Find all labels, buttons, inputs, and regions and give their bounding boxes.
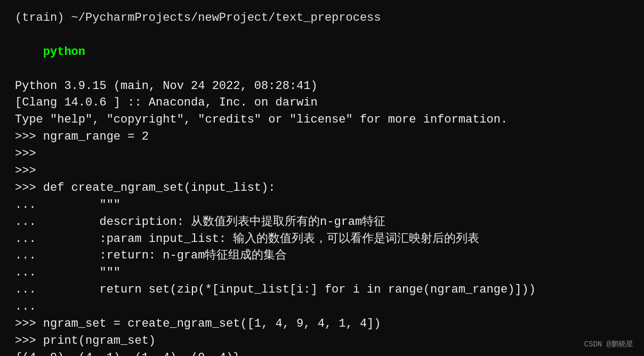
ngram-set-line: >>> ngram_set = create_ngram_set([1, 4, … (15, 315, 629, 333)
empty-continuation: ... (15, 298, 629, 315)
param-line: ... :param input_list: 输入的数值列表，可以看作是词汇映射… (15, 231, 629, 248)
python-version-line: Python 3.9.15 (main, Nov 24 2022, 08:28:… (15, 78, 629, 95)
docstring-open: ... """ (15, 197, 629, 214)
python-keyword: python (43, 45, 85, 59)
terminal-window: (train) ~/PycharmProjects/newProject/tex… (0, 0, 644, 356)
output-line: {(4, 9), (4, 1), (1, 4), (9, 4)} (15, 350, 629, 356)
type-help-line: Type "help", "copyright", "credits" or "… (15, 111, 629, 128)
return-statement: ... return set(zip(*[input_list[i:] for … (15, 281, 629, 298)
path-line: (train) ~/PycharmProjects/newProject/tex… (15, 10, 629, 27)
watermark: CSDN @鹏晓星 (584, 339, 633, 350)
def-line: >>> def create_ngram_set(input_list): (15, 180, 629, 197)
ngram-range-line: >>> ngram_range = 2 (15, 128, 629, 145)
empty-prompt-1: >>> (15, 145, 629, 163)
print-line: >>> print(ngram_set) (15, 333, 629, 350)
docstring-close: ... """ (15, 264, 629, 281)
empty-prompt-2: >>> (15, 163, 629, 180)
description-line: ... description: 从数值列表中提取所有的n-gram特征 (15, 214, 629, 231)
return-line: ... :return: n-gram特征组成的集合 (15, 247, 629, 264)
clang-line: [Clang 14.0.6 ] :: Anaconda, Inc. on dar… (15, 94, 629, 111)
python-keyword-line: python (15, 27, 629, 78)
